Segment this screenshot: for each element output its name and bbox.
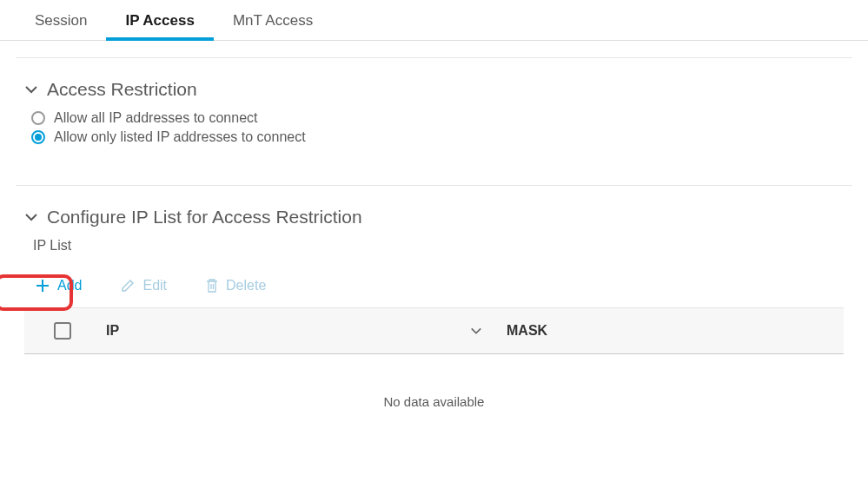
radio-allow-all[interactable]: Allow all IP addresses to connect bbox=[31, 110, 844, 126]
radio-selected-icon bbox=[31, 130, 45, 144]
access-restriction-section: Access Restriction Allow all IP addresse… bbox=[0, 58, 868, 145]
section-title: Configure IP List for Access Restriction bbox=[47, 207, 362, 228]
tab-session[interactable]: Session bbox=[16, 0, 106, 40]
pencil-icon bbox=[120, 278, 136, 293]
add-label: Add bbox=[57, 278, 82, 293]
toolbar: Add Edit Delete bbox=[26, 273, 844, 299]
delete-button: Delete bbox=[196, 273, 275, 299]
chevron-down-icon[interactable] bbox=[24, 82, 38, 96]
table-empty-message: No data available bbox=[24, 354, 844, 409]
divider bbox=[16, 41, 852, 58]
column-mask-header[interactable]: MASK bbox=[507, 323, 547, 338]
tabs-bar: Session IP Access MnT Access bbox=[0, 0, 868, 41]
ip-list-label: IP List bbox=[33, 238, 844, 254]
select-all-checkbox[interactable] bbox=[54, 322, 71, 340]
section-title: Access Restriction bbox=[47, 79, 197, 100]
radio-icon bbox=[31, 111, 45, 125]
tab-mnt-access[interactable]: MnT Access bbox=[214, 0, 332, 40]
tab-ip-access[interactable]: IP Access bbox=[106, 0, 213, 40]
chevron-down-icon[interactable] bbox=[24, 210, 38, 224]
configure-ip-list-section: Configure IP List for Access Restriction… bbox=[0, 186, 868, 409]
radio-allow-listed[interactable]: Allow only listed IP addresses to connec… bbox=[31, 129, 844, 145]
trash-icon bbox=[205, 278, 219, 293]
add-button[interactable]: Add bbox=[26, 273, 90, 299]
edit-button: Edit bbox=[111, 273, 176, 299]
radio-label: Allow all IP addresses to connect bbox=[54, 110, 258, 126]
plus-icon bbox=[35, 278, 50, 293]
table-header: IP MASK bbox=[24, 307, 844, 354]
edit-label: Edit bbox=[142, 278, 167, 293]
delete-label: Delete bbox=[226, 278, 266, 293]
chevron-down-icon[interactable] bbox=[470, 325, 482, 337]
column-ip-header[interactable]: IP bbox=[106, 323, 119, 339]
radio-label: Allow only listed IP addresses to connec… bbox=[54, 129, 306, 145]
ip-table: IP MASK No data available bbox=[24, 307, 844, 409]
